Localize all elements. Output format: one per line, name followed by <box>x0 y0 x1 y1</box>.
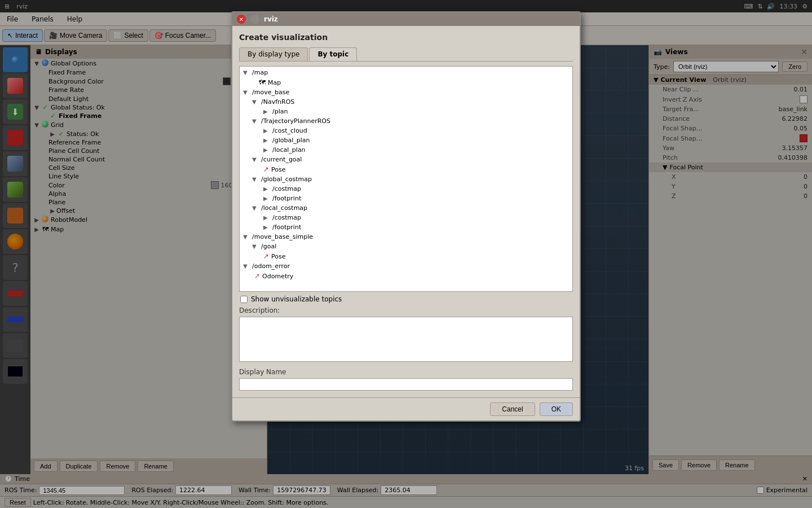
show-unvis-row: Show unvisualizable topics <box>239 292 573 306</box>
topic-map-name: Map <box>268 79 281 86</box>
topic-global-plan-item[interactable]: ▶ /global_plan <box>241 135 571 145</box>
topic-map-folder[interactable]: ▼ /map <box>241 68 571 77</box>
topic-global-costmap-inner-label: /costmap <box>272 185 301 192</box>
show-unvis-checkbox[interactable] <box>240 296 248 303</box>
topic-mbs-pose-label: Pose <box>271 253 285 260</box>
topic-local-footprint-label: /footprint <box>272 224 301 231</box>
topic-map-item[interactable]: 🗺 Map <box>241 77 571 87</box>
topic-navfnros-label: /NavfnROS <box>261 98 294 106</box>
topic-plan-item[interactable]: ▶ /plan <box>241 107 571 116</box>
topic-plan-toggle[interactable]: ▶ <box>263 108 270 115</box>
cancel-button[interactable]: Cancel <box>490 402 535 416</box>
topic-global-costmap-inner-toggle[interactable]: ▶ <box>263 186 270 192</box>
topic-local-costmap-inner-label: /costmap <box>272 214 301 221</box>
topic-global-costmap-toggle[interactable]: ▼ <box>252 176 259 182</box>
display-name-input[interactable] <box>239 378 573 391</box>
topic-odometry-icon: ↗ <box>254 272 260 280</box>
topic-local-costmap-toggle[interactable]: ▼ <box>252 205 259 211</box>
topic-map-toggle[interactable]: ▼ <box>243 69 250 76</box>
topic-odometry-item[interactable]: ↗ Odometry <box>241 271 571 281</box>
topic-global-costmap-folder[interactable]: ▼ /global_costmap <box>241 174 571 184</box>
topic-mbs-goal-label: /goal <box>261 243 276 250</box>
topic-current-goal-toggle[interactable]: ▼ <box>252 156 259 163</box>
topic-move-base-folder[interactable]: ▼ /move_base <box>241 87 571 97</box>
modal-titlebar: ✕ rviz <box>232 12 580 26</box>
modal-minimize-button[interactable] <box>250 15 259 24</box>
topic-global-plan-toggle[interactable]: ▶ <box>263 137 270 143</box>
topic-odometry-label: Odometry <box>262 273 293 280</box>
topic-map-label: /map <box>252 69 268 76</box>
topic-cost-cloud-item[interactable]: ▶ /cost_cloud <box>241 126 571 135</box>
topic-local-plan-toggle[interactable]: ▶ <box>263 147 270 153</box>
topic-plan-label: /plan <box>272 108 288 115</box>
topic-local-costmap-item[interactable]: ▶ /costmap <box>241 213 571 222</box>
topic-mbs-label: /move_base_simple <box>252 233 313 240</box>
description-label: Description: <box>239 306 573 314</box>
topic-pose-icon: ↗ <box>263 165 269 173</box>
modal-footer: Cancel OK <box>232 397 580 421</box>
topic-traj-folder[interactable]: ▼ /TrajectoryPlannerROS <box>241 116 571 126</box>
topic-cost-cloud-label: /cost_cloud <box>272 127 307 134</box>
topic-global-footprint-label: /footprint <box>272 195 301 202</box>
modal-title-text: rviz <box>264 15 278 23</box>
topic-list[interactable]: ▼ /map 🗺 Map ▼ /move_base ▼ /NavfnROS <box>239 66 573 292</box>
tab-by-topic[interactable]: By topic <box>309 47 357 61</box>
topic-navfnros-folder[interactable]: ▼ /NavfnROS <box>241 97 571 107</box>
topic-current-goal-label: /current_goal <box>261 156 302 163</box>
modal-tab-bar: By display type By topic <box>239 47 573 62</box>
modal-close-button[interactable]: ✕ <box>237 15 246 24</box>
create-visualization-modal: ✕ rviz Create visualization By display t… <box>231 11 581 422</box>
topic-local-costmap-inner-toggle[interactable]: ▶ <box>263 214 270 221</box>
topic-mbs-goal-toggle[interactable]: ▼ <box>252 243 259 249</box>
topic-local-costmap-folder[interactable]: ▼ /local_costmap <box>241 203 571 213</box>
topic-local-costmap-label: /local_costmap <box>261 204 307 212</box>
topic-move-base-label: /move_base <box>252 89 289 96</box>
modal-heading: Create visualization <box>239 33 573 42</box>
topic-cost-cloud-toggle[interactable]: ▶ <box>263 128 270 134</box>
modal-body: Create visualization By display type By … <box>232 26 580 397</box>
topic-move-base-simple-folder[interactable]: ▼ /move_base_simple <box>241 232 571 242</box>
topic-navfnros-toggle[interactable]: ▼ <box>252 99 259 105</box>
topic-pose-label: Pose <box>271 166 285 173</box>
topic-traj-toggle[interactable]: ▼ <box>252 118 259 124</box>
topic-mbs-pose-item[interactable]: ↗ Pose <box>241 251 571 261</box>
topic-traj-label: /TrajectoryPlannerROS <box>261 117 330 125</box>
topic-global-footprint-toggle[interactable]: ▶ <box>263 195 270 202</box>
topic-local-footprint-toggle[interactable]: ▶ <box>263 224 270 230</box>
topic-mbs-pose-icon: ↗ <box>263 252 269 260</box>
topic-global-costmap-item[interactable]: ▶ /costmap <box>241 184 571 194</box>
topic-odom-toggle[interactable]: ▼ <box>243 263 250 269</box>
tab-by-display-type[interactable]: By display type <box>239 47 308 61</box>
ok-button[interactable]: OK <box>540 402 573 416</box>
topic-odom-label: /odom_error <box>252 262 290 270</box>
topic-local-plan-label: /local_plan <box>272 146 306 154</box>
topic-current-goal-pose[interactable]: ↗ Pose <box>241 164 571 174</box>
topic-odom-error-folder[interactable]: ▼ /odom_error <box>241 261 571 271</box>
topic-local-footprint-item[interactable]: ▶ /footprint <box>241 222 571 232</box>
topic-current-goal-folder[interactable]: ▼ /current_goal <box>241 155 571 164</box>
topic-global-costmap-label: /global_costmap <box>261 176 312 183</box>
topic-mbs-goal-folder[interactable]: ▼ /goal <box>241 242 571 251</box>
show-unvis-label: Show unvisualizable topics <box>251 295 342 303</box>
topic-map-icon: 🗺 <box>259 78 266 86</box>
topic-local-plan-item[interactable]: ▶ /local_plan <box>241 145 571 155</box>
description-textarea[interactable] <box>239 317 573 362</box>
topic-move-base-toggle[interactable]: ▼ <box>243 89 250 95</box>
display-name-label: Display Name <box>239 368 573 376</box>
modal-overlay: ✕ rviz Create visualization By display t… <box>0 0 812 508</box>
topic-global-footprint-item[interactable]: ▶ /footprint <box>241 194 571 203</box>
topic-global-plan-label: /global_plan <box>272 137 310 144</box>
topic-mbs-toggle[interactable]: ▼ <box>243 234 250 240</box>
